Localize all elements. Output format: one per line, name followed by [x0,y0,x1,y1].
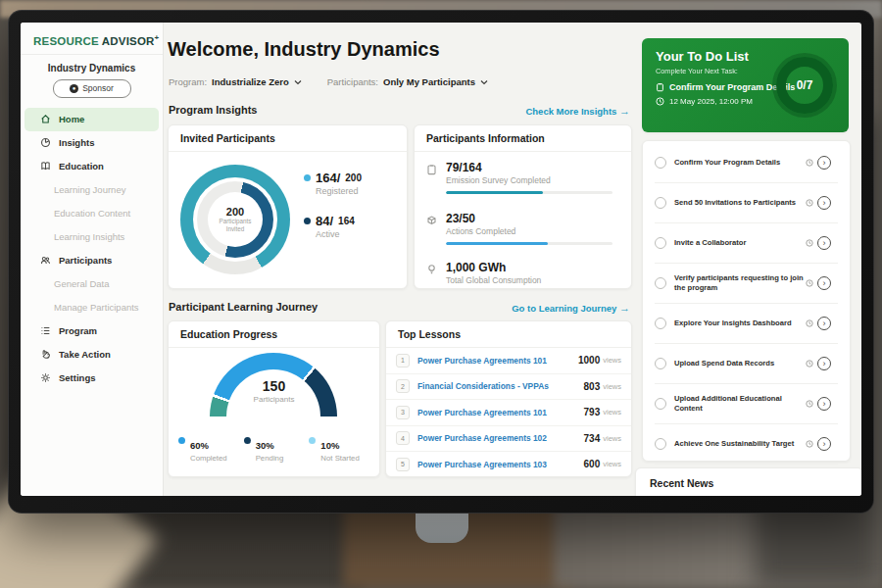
task-chevron-button[interactable]: › [817,196,831,210]
task-row[interactable]: Invite a Collaborator › [655,223,838,264]
task-row[interactable]: Upload Additional Educational Content › [655,384,838,424]
sidebar-item-learning-journey[interactable]: Learning Journey [21,178,163,202]
sidebar-item-take-action[interactable]: Take Action [24,343,159,367]
sidebar-nav: Home Insights Education Learning Journey… [21,108,163,390]
legend-pending: 30%Pending [244,435,310,463]
participants-select[interactable]: Participants: Only My Participants [327,76,488,87]
task-chevron-button[interactable]: › [817,276,831,290]
pie-chart-icon [40,137,51,148]
sidebar-item-education-content[interactable]: Education Content [21,202,163,225]
task-checkbox[interactable] [655,438,666,450]
task-row[interactable]: Upload Spend Data Records › [655,344,838,384]
sidebar-item-learning-insights[interactable]: Learning Insights [21,225,163,249]
lightbulb-icon [426,264,437,275]
task-row[interactable]: Confirm Your Program Details › [655,143,838,183]
participants-value: Only My Participants [383,76,475,87]
clipboard-icon [656,82,664,92]
card-title: Top Lessons [386,321,631,348]
sidebar-item-home[interactable]: Home [24,108,159,131]
progress-fill [446,242,548,245]
filters-row: Program: Industrialize Zero Participants… [169,76,488,87]
sidebar-item-general-data[interactable]: General Data [21,272,163,296]
task-label: Explore Your Insights Dashboard [674,318,804,328]
task-label: Achieve One Sustainability Target [674,439,804,449]
sidebar-item-label: Program [59,325,97,336]
monitor-bezel: RESOURCE ADVISOR+ Industry Dynamics ● Sp… [8,10,874,514]
clock-icon [806,239,813,247]
task-label: Confirm Your Program Details [674,158,804,168]
lesson-row: 5 Power Purchase Agreements 103 600views [386,452,631,477]
education-progress-card: Education Progress 150 Participants 60%C… [168,320,380,477]
task-label: Upload Spend Data Records [674,359,804,368]
card-title: Education Progress [169,321,379,348]
clock-icon [806,440,813,448]
task-checkbox[interactable] [655,318,666,329]
sidebar-item-label: Education [59,161,104,172]
task-chevron-button[interactable]: › [817,437,831,451]
lesson-link[interactable]: Power Purchase Agreements 102 [417,433,584,443]
program-insights-title: Program Insights [169,104,257,116]
sidebar-item-participants[interactable]: Participants [24,249,159,272]
lesson-link[interactable]: Power Purchase Agreements 101 [417,408,584,417]
task-row[interactable]: Explore Your Insights Dashboard › [655,304,838,344]
task-row[interactable]: Achieve One Sustainability Target › [655,424,838,465]
task-chevron-button[interactable]: › [817,236,831,250]
lesson-row: 2 Financial Considerations - VPPAs 803vi… [386,374,631,401]
sidebar-item-manage-participants[interactable]: Manage Participants [21,296,163,319]
top-lessons-card: Top Lessons 1 Power Purchase Agreements … [385,320,632,477]
task-label: Verify participants requesting to join t… [674,273,804,293]
legend-dot [244,437,251,444]
sidebar-item-label: Home [59,114,84,124]
logo-advisor: ADVISOR+ [102,35,160,47]
clock-icon [806,360,813,368]
info-row-actions: 23/50 Actions Completed [426,212,618,245]
page-title: Welcome, Industry Dynamics [168,38,440,61]
dashboard-screen: RESOURCE ADVISOR+ Industry Dynamics ● Sp… [21,23,861,496]
task-checkbox[interactable] [655,277,666,289]
clock-icon [806,319,813,327]
task-checkbox[interactable] [655,157,666,169]
lesson-link[interactable]: Power Purchase Agreements 101 [417,356,578,366]
legend-dot [178,437,185,444]
task-list: Confirm Your Program Details › Send 50 I… [643,141,850,496]
task-checkbox[interactable] [655,197,666,209]
todo-progress-ring: 0/7 [776,57,833,114]
sidebar: RESOURCE ADVISOR+ Industry Dynamics ● Sp… [21,23,164,496]
task-chevron-button[interactable]: › [817,357,831,370]
info-row-survey: 79/164 Emission Survey Completed [426,161,618,194]
org-name: Industry Dynamics [21,63,163,74]
clock-icon [806,279,813,287]
progress-track [446,191,612,194]
participants-information-card: Participants Information 79/164 Emission… [414,124,632,289]
progress-track [446,242,612,245]
task-checkbox[interactable] [655,398,666,410]
learning-journey-title: Participant Learning Journey [169,301,318,313]
gear-icon [40,372,51,383]
check-more-insights-link[interactable]: Check More Insights → [471,105,630,117]
app-logo: RESOURCE ADVISOR+ [21,23,163,54]
lesson-link[interactable]: Power Purchase Agreements 103 [417,460,584,469]
todo-hero-card: Your To Do List Complete Your Next Task:… [642,38,849,132]
sidebar-item-program[interactable]: Program [24,319,159,343]
task-checkbox[interactable] [655,358,666,369]
task-chevron-button[interactable]: › [817,397,831,411]
home-icon [40,114,51,124]
gauge-center: 150 Participants [169,378,379,404]
book-icon [40,161,51,172]
task-row[interactable]: Verify participants requesting to join t… [655,264,838,304]
sidebar-item-settings[interactable]: Settings [24,367,159,390]
task-chevron-button[interactable]: › [817,317,831,330]
go-to-learning-journey-link[interactable]: Go to Learning Journey → [471,302,630,314]
lesson-link[interactable]: Financial Considerations - VPPAs [417,381,584,391]
sidebar-item-insights[interactable]: Insights [24,131,159,155]
sidebar-item-label: Settings [59,372,95,383]
task-chevron-button[interactable]: › [817,156,831,170]
task-row[interactable]: Send 50 Invitations to Participants › [655,183,838,223]
sidebar-item-label: Take Action [59,349,111,360]
task-checkbox[interactable] [655,237,666,249]
rank-badge: 4 [396,431,410,445]
task-label: Upload Additional Educational Content [674,394,804,414]
card-title: Participants Information [415,125,631,152]
program-select[interactable]: Program: Industrialize Zero [169,76,302,87]
sidebar-item-education[interactable]: Education [24,155,159,178]
